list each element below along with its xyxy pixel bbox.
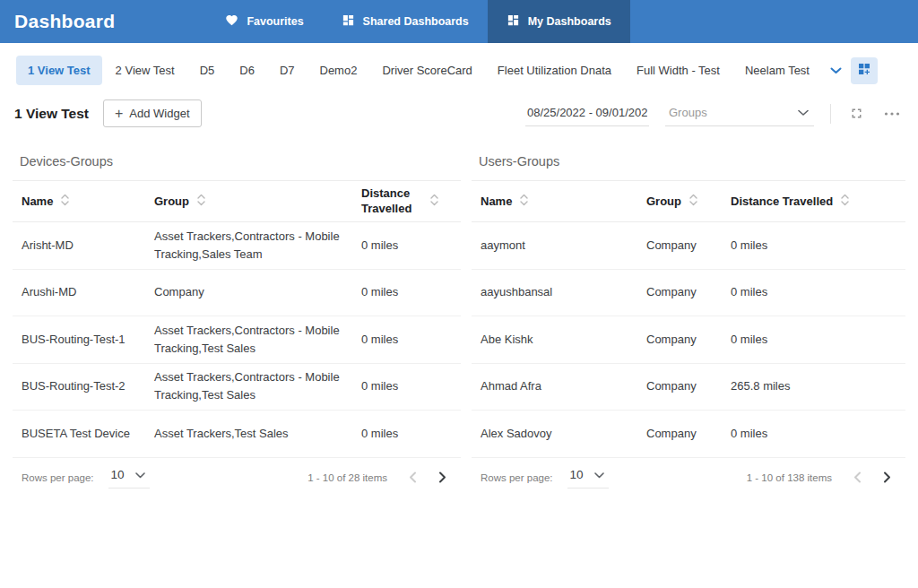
column-label: Group	[646, 195, 681, 208]
column-header-group[interactable]: Group	[646, 194, 731, 209]
table-row[interactable]: aaymont Company 0 miles	[472, 222, 905, 270]
rows-per-page-label: Rows per page:	[22, 472, 94, 483]
heart-icon	[225, 13, 238, 30]
tab-d6[interactable]: D6	[228, 56, 266, 85]
tab-2-view-test[interactable]: 2 View Test	[104, 56, 186, 85]
cell-distance: 0 miles	[361, 425, 461, 443]
pagination-range: 1 - 10 of 28 items	[307, 472, 387, 483]
next-page-button[interactable]	[437, 470, 448, 485]
column-header-name[interactable]: Name	[22, 194, 154, 209]
cell-group: Company	[646, 425, 731, 443]
rows-per-page-value: 10	[111, 468, 125, 481]
sort-icon	[61, 194, 69, 209]
cell-name: Alex Sadovoy	[481, 425, 646, 443]
table-row[interactable]: Ahmad Afra Company 265.8 miles	[472, 364, 905, 411]
table-row[interactable]: Alex Sadovoy Company 0 miles	[472, 411, 905, 458]
tab-d5[interactable]: D5	[188, 56, 227, 85]
cell-name: Ahmad Afra	[481, 377, 646, 395]
table-row[interactable]: BUS-Routing-Test-2 Asset Trackers,Contra…	[13, 364, 461, 411]
column-header-distance[interactable]: Distance Travelled	[361, 186, 461, 217]
groups-select[interactable]: Groups	[665, 101, 814, 126]
table-row[interactable]: Arushi-MD Company 0 miles	[13, 270, 461, 317]
app-header: Dashboard Favourites Shared Dashboards M…	[0, 0, 918, 43]
cell-group: Company	[646, 331, 731, 349]
column-header-group[interactable]: Group	[154, 194, 361, 209]
chevron-down-icon	[135, 468, 145, 481]
tab-d7[interactable]: D7	[268, 56, 307, 85]
cell-name: Arushi-MD	[22, 283, 154, 301]
cell-group: Company	[646, 377, 731, 395]
prev-page-button[interactable]	[407, 470, 419, 485]
cell-distance: 0 miles	[731, 237, 905, 255]
plus-icon: +	[115, 108, 123, 119]
fullscreen-button[interactable]	[845, 102, 868, 125]
widget-title: Users-Groups	[472, 149, 905, 180]
add-widget-button[interactable]: + Add Widget	[103, 99, 202, 127]
nav-my-dashboards-label: My Dashboards	[528, 15, 611, 28]
tab-demo2[interactable]: Demo2	[308, 56, 369, 85]
column-header-name[interactable]: Name	[481, 194, 646, 209]
cell-name: aayushbansal	[481, 283, 646, 301]
cell-name: BUSETA Test Device	[22, 425, 154, 443]
column-label: Group	[154, 195, 189, 208]
rows-per-page-select[interactable]: 10	[108, 467, 150, 489]
table-row[interactable]: BUS-Routing-Test-1 Asset Trackers,Contra…	[13, 316, 461, 364]
prev-page-button[interactable]	[852, 470, 863, 485]
table-row[interactable]: Abe Kishk Company 0 miles	[472, 316, 905, 364]
page-title: 1 View Test	[14, 106, 89, 122]
column-header-distance[interactable]: Distance Travelled	[731, 194, 905, 209]
chevron-down-icon	[594, 468, 604, 481]
tab-neelam-test[interactable]: Neelam Test	[733, 56, 821, 85]
add-dashboard-button[interactable]	[851, 57, 878, 84]
cell-distance: 0 miles	[361, 237, 461, 255]
tabs-overflow-chevron-down-icon[interactable]	[830, 67, 842, 74]
tab-fleet-utilization-dnata[interactable]: Fleet Utilization Dnata	[486, 56, 623, 85]
dashboard-tab-strip: 1 View Test 2 View Test D5 D6 D7 Demo2 D…	[0, 43, 918, 94]
tab-full-width-test[interactable]: Full Width - Test	[625, 56, 732, 85]
cell-group: Asset Trackers,Contractors - Mobile Trac…	[154, 228, 361, 264]
dashboard-add-grid-icon	[857, 62, 871, 79]
table-row[interactable]: aayushbansal Company 0 miles	[472, 270, 905, 317]
nav-shared-dashboards[interactable]: Shared Dashboards	[323, 0, 488, 43]
tab-1-view-test[interactable]: 1 View Test	[16, 56, 102, 85]
cell-name: aaymont	[481, 237, 646, 255]
next-page-button[interactable]	[881, 470, 893, 485]
dashboard-grid-icon	[342, 13, 355, 30]
tab-driver-scorecard[interactable]: Driver ScoreCard	[370, 56, 483, 85]
cell-distance: 0 miles	[361, 283, 461, 301]
cell-group: Asset Trackers,Test Sales	[154, 425, 361, 443]
chevron-down-icon	[798, 106, 809, 119]
cell-distance: 0 miles	[731, 331, 905, 349]
nav-my-dashboards[interactable]: My Dashboards	[488, 0, 630, 43]
cell-distance: 265.8 miles	[731, 377, 905, 395]
date-range-input[interactable]	[525, 101, 649, 126]
cell-group: Company	[646, 283, 731, 301]
nav-favourites-label: Favourites	[247, 15, 303, 28]
widgets-row: Devices-Groups Name Group Distance Trave…	[0, 140, 918, 499]
app-title: Dashboard	[14, 11, 115, 32]
groups-placeholder: Groups	[669, 106, 707, 119]
widget-title: Devices-Groups	[13, 149, 461, 180]
header-nav: Favourites Shared Dashboards My Dashboar…	[206, 0, 629, 43]
sort-icon	[841, 194, 849, 209]
pagination: Rows per page: 10 1 - 10 of 28 items	[13, 458, 461, 499]
cell-group: Company	[154, 283, 361, 301]
rows-per-page-select[interactable]: 10	[567, 467, 609, 489]
nav-favourites[interactable]: Favourites	[206, 0, 322, 43]
more-options-button[interactable]	[880, 108, 904, 120]
toolbar: 1 View Test + Add Widget Groups	[0, 94, 918, 140]
sort-icon	[430, 194, 438, 209]
toolbar-right: Groups	[525, 101, 904, 126]
sort-icon	[197, 194, 205, 209]
nav-shared-dashboards-label: Shared Dashboards	[363, 15, 469, 28]
rows-per-page-label: Rows per page:	[481, 472, 553, 483]
cell-group: Asset Trackers,Contractors - Mobile Trac…	[154, 322, 361, 358]
cell-distance: 0 miles	[361, 331, 461, 349]
table-row[interactable]: Arisht-MD Asset Trackers,Contractors - M…	[13, 222, 461, 270]
cell-distance: 0 miles	[731, 425, 905, 443]
table-header: Name Group Distance Travelled	[472, 180, 905, 222]
pagination-range: 1 - 10 of 138 items	[747, 472, 832, 483]
cell-group: Asset Trackers,Contractors - Mobile Trac…	[154, 368, 361, 404]
column-label: Name	[481, 195, 512, 208]
table-row[interactable]: BUSETA Test Device Asset Trackers,Test S…	[13, 411, 461, 458]
